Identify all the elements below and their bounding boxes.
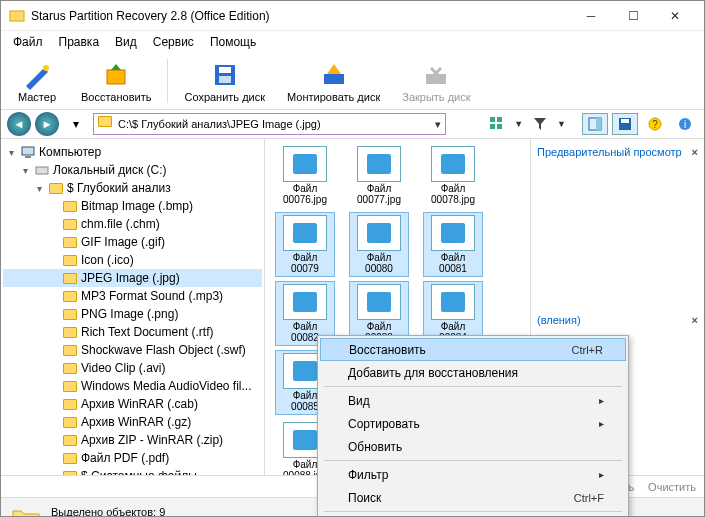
menu-service[interactable]: Сервис	[145, 33, 202, 51]
svg-rect-5	[219, 67, 231, 73]
menu-help[interactable]: Помощь	[202, 33, 264, 51]
tree-item[interactable]: chm.file (.chm)	[3, 215, 262, 233]
address-input[interactable]: C:\$ Глубокий анализ\JPEG Image (.jpg) ▾	[93, 113, 446, 135]
tree-item[interactable]: Bitmap Image (.bmp)	[3, 197, 262, 215]
tree-item[interactable]: Shockwave Flash Object (.swf)	[3, 341, 262, 359]
ctx-separator	[324, 511, 622, 512]
tree-item[interactable]: Icon (.ico)	[3, 251, 262, 269]
titlebar: Starus Partition Recovery 2.8 (Office Ed…	[1, 1, 704, 31]
svg-rect-0	[10, 11, 24, 21]
tree-root[interactable]: ▾ Компьютер	[3, 143, 262, 161]
ctx-separator	[324, 460, 622, 461]
maximize-button[interactable]: ☐	[612, 2, 654, 30]
tree-deep-analysis[interactable]: ▾ $ Глубокий анализ	[3, 179, 262, 197]
context-menu: Восстановить Ctrl+R Добавить для восстан…	[317, 335, 629, 517]
svg-rect-12	[497, 124, 502, 129]
file-thumbnail	[431, 284, 475, 320]
computer-icon	[20, 144, 36, 160]
tree-item[interactable]: GIF Image (.gif)	[3, 233, 262, 251]
address-bar: ◄ ► ▾ C:\$ Глубокий анализ\JPEG Image (.…	[1, 109, 704, 139]
preview-panel2-title: (вления)	[537, 314, 581, 326]
folder-icon	[62, 360, 78, 376]
file-thumbnail	[431, 215, 475, 251]
folder-tree[interactable]: ▾ Компьютер ▾ Локальный диск (C:) ▾ $ Гл…	[1, 139, 265, 475]
ctx-add-for-recovery[interactable]: Добавить для восстановления	[320, 361, 626, 384]
folder-icon	[62, 252, 78, 268]
folder-icon	[62, 378, 78, 394]
folder-icon	[62, 198, 78, 214]
folder-icon	[62, 468, 78, 475]
info-button[interactable]: i	[672, 113, 698, 135]
help-button[interactable]: ?	[642, 113, 668, 135]
ctx-view[interactable]: Вид▸	[320, 389, 626, 412]
tree-item[interactable]: MP3 Format Sound (.mp3)	[3, 287, 262, 305]
file-item[interactable]: Файл00077.jpg	[349, 143, 409, 208]
tree-item[interactable]: Windows Media AudioVideo fil...	[3, 377, 262, 395]
folder-icon	[62, 396, 78, 412]
filter-button[interactable]	[527, 113, 553, 135]
savedisk-button[interactable]: Сохранить диск	[176, 57, 273, 105]
close-disk-icon	[420, 59, 452, 91]
preview-toggle[interactable]	[582, 113, 608, 135]
nav-forward-button[interactable]: ►	[35, 112, 59, 136]
folder-icon	[62, 450, 78, 466]
minimize-button[interactable]: ─	[570, 2, 612, 30]
tree-item[interactable]: Архив WinRAR (.cab)	[3, 395, 262, 413]
filter-dropdown[interactable]: ▼	[557, 119, 566, 129]
file-item[interactable]: Файл00081	[423, 212, 483, 277]
preview-title: Предварительный просмотр	[537, 146, 682, 158]
menu-view[interactable]: Вид	[107, 33, 145, 51]
tree-item[interactable]: $ Системные файлы	[3, 467, 262, 475]
view-mode-button[interactable]	[484, 113, 510, 135]
ctx-sort[interactable]: Сортировать▸	[320, 412, 626, 435]
nav-dropdown[interactable]: ▾	[63, 113, 89, 135]
wizard-button[interactable]: Мастер	[7, 57, 67, 105]
svg-rect-21	[22, 147, 34, 155]
folder-icon	[62, 306, 78, 322]
preview-close[interactable]: ×	[692, 146, 698, 158]
svg-point-2	[43, 65, 49, 71]
drive-icon	[34, 162, 50, 178]
view-dropdown[interactable]: ▼	[514, 119, 523, 129]
mount-disk-icon	[318, 59, 350, 91]
folder-icon	[62, 324, 78, 340]
tree-item[interactable]: Файл PDF (.pdf)	[3, 449, 262, 467]
tree-item[interactable]: Rich Text Document (.rtf)	[3, 323, 262, 341]
tree-item[interactable]: Video Clip (.avi)	[3, 359, 262, 377]
tree-item[interactable]: Архив WinRAR (.gz)	[3, 413, 262, 431]
save-session-button[interactable]	[612, 113, 638, 135]
folder-icon	[62, 288, 78, 304]
nav-back-button[interactable]: ◄	[7, 112, 31, 136]
tree-item[interactable]: PNG Image (.png)	[3, 305, 262, 323]
ctx-refresh[interactable]: Обновить	[320, 435, 626, 458]
recover-button[interactable]: Восстановить	[73, 57, 159, 105]
ctx-filter[interactable]: Фильтр▸	[320, 463, 626, 486]
file-item[interactable]: Файл00080	[349, 212, 409, 277]
file-thumbnail	[283, 284, 327, 320]
menu-edit[interactable]: Правка	[51, 33, 108, 51]
file-thumbnail	[357, 215, 401, 251]
menu-file[interactable]: Файл	[5, 33, 51, 51]
tree-item[interactable]: Архив ZIP - WinRAR (.zip)	[3, 431, 262, 449]
ctx-find[interactable]: ПоискCtrl+F	[320, 486, 626, 509]
mountdisk-button[interactable]: Монтировать диск	[279, 57, 388, 105]
file-thumbnail	[283, 215, 327, 251]
address-path: C:\$ Глубокий анализ\JPEG Image (.jpg)	[118, 118, 321, 130]
window-title: Starus Partition Recovery 2.8 (Office Ed…	[31, 9, 570, 23]
tree-item[interactable]: JPEG Image (.jpg)	[3, 269, 262, 287]
chevron-down-icon[interactable]: ▾	[435, 118, 441, 131]
file-item[interactable]: Файл00076.jpg	[275, 143, 335, 208]
save-disk-icon	[209, 59, 241, 91]
ctx-recover[interactable]: Восстановить Ctrl+R	[320, 338, 626, 361]
svg-text:?: ?	[652, 119, 658, 130]
file-item[interactable]: Файл00078.jpg	[423, 143, 483, 208]
action-clear[interactable]: Очистить	[648, 481, 696, 493]
svg-rect-11	[490, 124, 495, 129]
preview-panel2-close[interactable]: ×	[692, 314, 698, 326]
folder-icon	[62, 216, 78, 232]
file-thumbnail	[431, 146, 475, 182]
close-button[interactable]: ✕	[654, 2, 696, 30]
file-item[interactable]: Файл00079	[275, 212, 335, 277]
tree-drive[interactable]: ▾ Локальный диск (C:)	[3, 161, 262, 179]
toolbar-separator	[167, 59, 168, 103]
